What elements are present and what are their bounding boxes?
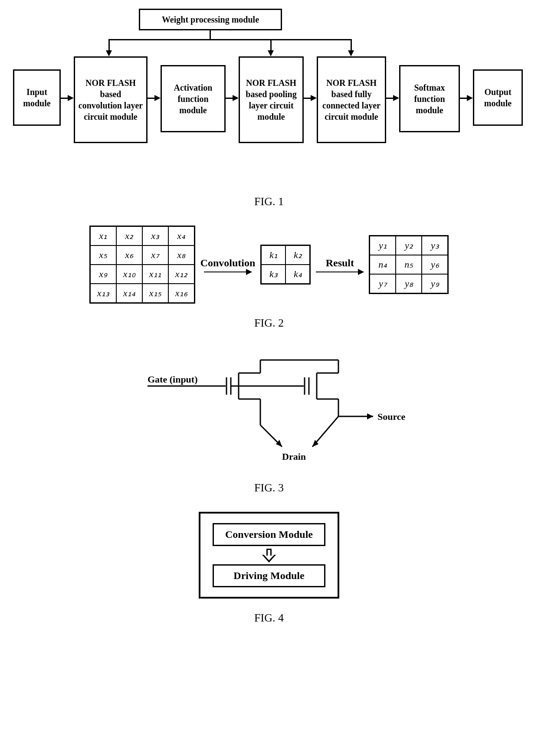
output-box: Output module — [473, 69, 523, 126]
fig2-diagram: x₁ x₂ x₃ x₄ x₅ x₆ x₇ x₈ x₉ x₁₀ x₁₁ x₁₂ x… — [9, 226, 529, 304]
arrowhead — [68, 95, 74, 101]
cell: x₉ — [90, 265, 116, 284]
input-matrix: x₁ x₂ x₃ x₄ x₅ x₆ x₇ x₈ x₉ x₁₀ x₁₁ x₁₂ x… — [89, 226, 195, 304]
softmax-box: Softmax function module — [399, 65, 460, 132]
weight-box: Weight processing module — [139, 9, 282, 30]
cell: x₁₄ — [116, 284, 142, 303]
conversion-box: Conversion Module — [213, 523, 325, 546]
weight-stub — [210, 30, 211, 40]
fig1-diagram: Weight processing module Input module NO… — [9, 9, 529, 182]
arrowhead — [311, 95, 317, 101]
transistor-schematic: Gate (input) Drain Source — [130, 347, 408, 468]
cell: x₁₃ — [90, 284, 116, 303]
cell: x₁₂ — [168, 265, 194, 284]
fig4-caption: FIG. 4 — [9, 612, 529, 625]
cell: x₈ — [168, 245, 194, 265]
conv-arrow-group: Convolution — [200, 257, 256, 272]
cell: x₁₆ — [168, 284, 194, 303]
arrowhead — [106, 50, 112, 56]
weight-drop-conv — [108, 39, 110, 51]
output-matrix: y₁ y₂ y₃ n₄ n₅ y₆ y₇ y₈ y₉ — [369, 235, 449, 294]
activation-box: Activation function module — [161, 65, 226, 132]
conv-label: Convolution — [200, 257, 256, 269]
driving-box: Driving Module — [213, 564, 325, 587]
arrowhead — [467, 95, 473, 101]
weight-hline — [108, 39, 351, 40]
drain-label: Drain — [282, 451, 306, 462]
cell: k₁ — [261, 245, 285, 265]
cell: y₉ — [422, 274, 448, 293]
cell: y₆ — [422, 255, 448, 274]
cell: x₄ — [168, 226, 194, 245]
fc-box: NOR FLASH based fully connected layer ci… — [317, 56, 386, 143]
figure-1: Weight processing module Input module NO… — [9, 9, 529, 208]
arrowhead — [268, 50, 274, 56]
fig4-diagram: Conversion Module Driving Module — [9, 512, 529, 599]
arrow-icon — [204, 272, 252, 272]
input-box: Input module — [13, 69, 61, 126]
fig2-caption: FIG. 2 — [9, 317, 529, 330]
cell: x₂ — [116, 226, 142, 245]
cell: y₇ — [370, 274, 396, 293]
arrowhead — [154, 95, 161, 101]
down-arrow-icon — [264, 549, 274, 562]
fig3-caption: FIG. 3 — [9, 481, 529, 494]
gate-label: Gate (input) — [148, 374, 198, 385]
cell: n₄ — [370, 255, 396, 274]
cell: y₂ — [396, 236, 422, 255]
cell: x₁₀ — [116, 265, 142, 284]
weight-drop-fc — [351, 39, 352, 51]
svg-marker-20 — [367, 413, 373, 419]
outer-box: Conversion Module Driving Module — [199, 512, 339, 599]
arrowhead — [348, 50, 354, 56]
arrowhead — [233, 95, 239, 101]
cell: x₁₅ — [142, 284, 168, 303]
cell: x₁₁ — [142, 265, 168, 284]
arrow-icon — [316, 272, 364, 272]
cell: n₅ — [396, 255, 422, 274]
cell: x₇ — [142, 245, 168, 265]
figure-4: Conversion Module Driving Module FIG. 4 — [9, 512, 529, 625]
fig1-caption: FIG. 1 — [9, 195, 529, 208]
result-label: Result — [326, 257, 354, 269]
cell: x₅ — [90, 245, 116, 265]
cell: y₈ — [396, 274, 422, 293]
cell: x₆ — [116, 245, 142, 265]
weight-drop-pool — [270, 39, 272, 51]
cell: x₃ — [142, 226, 168, 245]
kernel-matrix: k₁ k₂ k₃ k₄ — [260, 245, 311, 285]
pool-box: NOR FLASH based pooling layer circuit mo… — [239, 56, 304, 143]
conv-box: NOR FLASH based convolution layer circui… — [74, 56, 148, 143]
figure-3: Gate (input) Drain Source FIG. 3 — [9, 347, 529, 494]
cell: k₄ — [285, 265, 310, 284]
arrowhead — [393, 95, 399, 101]
cell: x₁ — [90, 226, 116, 245]
result-arrow-group: Result — [316, 257, 364, 272]
source-label: Source — [377, 411, 406, 422]
figure-2: x₁ x₂ x₃ x₄ x₅ x₆ x₇ x₈ x₉ x₁₀ x₁₁ x₁₂ x… — [9, 226, 529, 330]
cell: y₁ — [370, 236, 396, 255]
fig3-diagram: Gate (input) Drain Source — [9, 347, 529, 468]
cell: k₂ — [285, 245, 310, 265]
cell: y₃ — [422, 236, 448, 255]
cell: k₃ — [261, 265, 285, 284]
